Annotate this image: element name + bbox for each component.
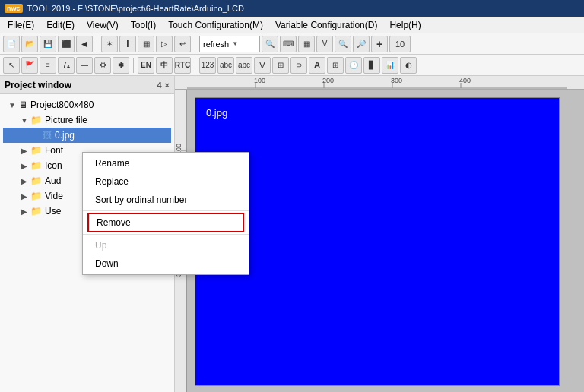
tree-font-label: Font	[45, 145, 63, 156]
folder-icon: 📁	[30, 115, 42, 125]
tree-user-label: Use	[45, 206, 61, 217]
expand-user[interactable]: ▶	[18, 207, 30, 216]
rtc-button[interactable]: RTC	[174, 57, 191, 74]
tree-icon-label: Icon	[45, 160, 62, 171]
tb-button-11[interactable]: ▦	[298, 36, 315, 52]
ctx-down[interactable]: Down	[83, 254, 249, 273]
close-icon[interactable]: ×	[165, 81, 170, 90]
sep-3	[133, 58, 134, 73]
refresh-dropdown-value: refresh	[203, 40, 229, 49]
tb-button-5[interactable]: ◀	[76, 36, 93, 52]
tb-button-8[interactable]: ▦	[138, 36, 154, 52]
menu-view[interactable]: View(V)	[82, 18, 123, 32]
dropdown-arrow: ▼	[232, 40, 238, 47]
folder-icon-audio: 📁	[30, 175, 42, 186]
tb-num: 10	[389, 36, 411, 52]
tb2-4[interactable]: 7₄	[58, 57, 75, 74]
open-button[interactable]: 📂	[21, 36, 38, 52]
canvas-label: 0.jpg	[206, 107, 227, 119]
sep-1	[97, 36, 97, 52]
ctx-sep-1	[83, 210, 249, 211]
tb-button-6[interactable]: ✶	[101, 36, 118, 52]
bracket-button[interactable]: ⊃	[290, 57, 307, 74]
svg-text:100: 100	[254, 77, 265, 84]
bar-button[interactable]: ▊	[363, 57, 380, 74]
project-window-controls: 4 ×	[157, 81, 170, 90]
menu-tool[interactable]: Tool(I)	[126, 18, 160, 32]
grid-button[interactable]: ⊞	[327, 57, 344, 74]
tb2-bar2[interactable]: 📊	[382, 57, 398, 74]
file-icon: 🖼	[43, 130, 52, 141]
en-button[interactable]: EN	[138, 57, 154, 74]
search-button[interactable]: 🔍	[262, 36, 278, 52]
title-bar: nwc TOOL 2019 - F:\STONE\project\6-Heart…	[0, 0, 584, 17]
pin-icon[interactable]: 4	[157, 81, 161, 90]
root-icon: 🖥	[18, 100, 27, 110]
project-window-title: Project window	[5, 80, 71, 90]
new-button[interactable]: 📄	[3, 36, 20, 52]
folder-icon-icon: 📁	[30, 160, 42, 171]
menu-edit[interactable]: Edit(E)	[42, 18, 79, 32]
expand-icon[interactable]: ▶	[18, 162, 30, 170]
tree-picture-folder[interactable]: ▼ 📁 Picture file	[3, 112, 171, 128]
abc2-button[interactable]: abc	[236, 57, 252, 74]
menu-bar: File(E) Edit(E) View(V) Tool(I) Touch Co…	[0, 17, 584, 33]
plus-button[interactable]: +	[371, 36, 388, 52]
ctx-replace[interactable]: Replace	[83, 172, 249, 191]
ctx-remove[interactable]: Remove	[87, 213, 244, 232]
refresh-dropdown[interactable]: refresh ▼	[199, 36, 260, 52]
tb-button-7[interactable]: I	[119, 36, 136, 52]
table-button[interactable]: ⊞	[272, 57, 289, 74]
settings-button[interactable]: ⚙	[94, 57, 111, 74]
zoom-out-button[interactable]: 🔍	[335, 36, 351, 52]
menu-file[interactable]: File(E)	[3, 18, 39, 32]
menu-variable[interactable]: Variable Configuration(D)	[271, 18, 382, 32]
expand-font[interactable]: ▶	[18, 147, 30, 155]
list-button[interactable]: ≡	[40, 57, 56, 74]
tree-0jpg[interactable]: 🖼 0.jpg	[3, 128, 171, 143]
num123-button[interactable]: 123	[199, 57, 216, 74]
context-menu: Rename Replace Sort by ordinal number Re…	[82, 152, 249, 275]
flag-button[interactable]: 🚩	[21, 57, 38, 74]
app-logo: nwc	[5, 4, 23, 13]
A-button[interactable]: A	[309, 57, 325, 74]
tb2-5[interactable]: —	[76, 57, 93, 74]
ctx-rename[interactable]: Rename	[83, 154, 249, 172]
zh-button[interactable]: 中	[156, 57, 173, 74]
zoom-in-button[interactable]: 🔎	[353, 36, 370, 52]
abc-button[interactable]: abc	[217, 57, 234, 74]
v-button[interactable]: V	[254, 57, 271, 74]
tree-picture-label: Picture file	[45, 115, 87, 125]
tree-0jpg-label: 0.jpg	[55, 130, 75, 141]
folder-icon-video: 📁	[30, 191, 42, 201]
tb2-7[interactable]: ✱	[113, 57, 129, 74]
expand-0jpg	[30, 131, 43, 140]
keyboard-button[interactable]: ⌨	[280, 36, 297, 52]
tb-button-12[interactable]: V	[316, 36, 333, 52]
cursor-button[interactable]: ↖	[3, 57, 20, 74]
expand-root[interactable]: ▼	[6, 101, 18, 109]
menu-help[interactable]: Help(H)	[385, 18, 425, 32]
tb-button-9[interactable]: ▷	[156, 36, 173, 52]
menu-touch[interactable]: Touch Configuration(M)	[163, 18, 268, 32]
tree-root-label: Project800x480	[30, 100, 94, 110]
sep-2	[195, 36, 195, 52]
save-button[interactable]: 💾	[40, 36, 56, 52]
svg-text:300: 300	[391, 77, 402, 84]
expand-picture[interactable]: ▼	[18, 116, 30, 125]
ctx-sort[interactable]: Sort by ordinal number	[83, 191, 249, 209]
tree-root[interactable]: ▼ 🖥 Project800x480	[3, 97, 171, 112]
project-window-title-bar: Project window 4 ×	[0, 76, 174, 94]
expand-video[interactable]: ▶	[18, 192, 30, 201]
svg-text:200: 200	[322, 77, 334, 84]
svg-text:400: 400	[459, 77, 471, 84]
toolbar-1: 📄 📂 💾 ⬛ ◀ ✶ I ▦ ▷ ↩ refresh ▼ 🔍 ⌨ ▦ V 🔍 …	[0, 33, 584, 55]
folder-icon-user: 📁	[30, 206, 42, 217]
tb-button-10[interactable]: ↩	[174, 36, 191, 52]
expand-audio[interactable]: ▶	[18, 177, 30, 185]
canvas-surface[interactable]: 0.jpg	[195, 97, 560, 386]
tb2-b11[interactable]: ◐	[400, 57, 417, 74]
tb-button-4[interactable]: ⬛	[58, 36, 75, 52]
clock-button[interactable]: 🕐	[345, 57, 362, 74]
folder-icon-font: 📁	[30, 145, 42, 156]
